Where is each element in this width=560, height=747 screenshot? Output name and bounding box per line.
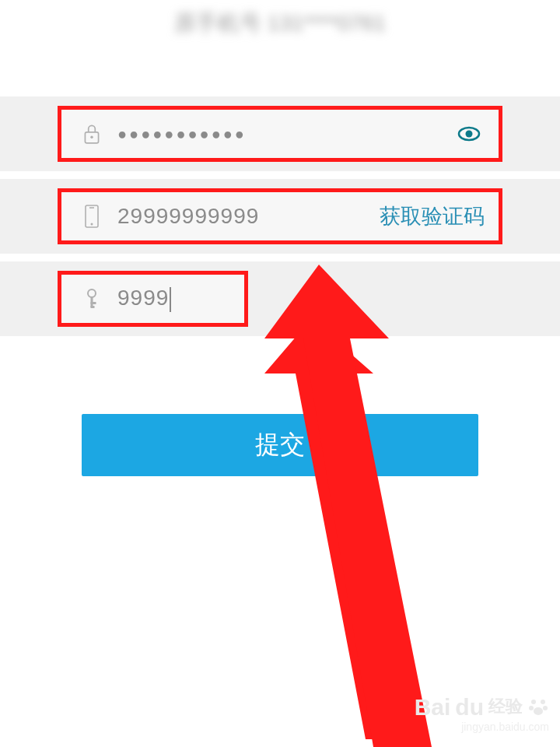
submit-container: 提交 [0,414,560,476]
submit-button[interactable]: 提交 [82,414,478,476]
paw-icon [527,696,549,717]
phone-icon [75,204,108,229]
svg-marker-12 [264,265,432,747]
svg-point-16 [543,706,548,710]
svg-point-13 [531,700,536,704]
svg-rect-10 [91,306,95,308]
key-icon [75,287,108,310]
spacer [0,47,560,96]
svg-point-1 [90,136,93,139]
password-input[interactable]: ●●●●●●●●●●● [108,125,453,143]
lock-icon [75,122,108,146]
submit-label: 提交 [255,428,305,462]
watermark-bai: Bai [415,694,451,720]
page-header: 原手机号 131****0761 [0,0,560,47]
watermark-url: jingyan.baidu.com [415,721,549,733]
password-block: ●●●●●●●●●●● [0,96,560,171]
watermark-brand: Baidu 经验 [415,694,549,720]
eye-icon[interactable] [453,126,485,142]
code-block: 9999 [0,261,560,336]
watermark: Baidu 经验 jingyan.baidu.com [415,694,549,733]
header-label: 原手机号 131****0761 [174,9,386,38]
svg-point-3 [466,131,473,138]
code-row[interactable]: 9999 [58,271,248,327]
phone-row[interactable]: 29999999999 获取验证码 [58,188,502,244]
phone-block: 29999999999 获取验证码 [0,179,560,254]
svg-point-17 [534,707,543,715]
svg-point-7 [88,289,96,297]
phone-input[interactable]: 29999999999 [108,204,372,229]
svg-point-14 [541,700,545,704]
svg-marker-11 [264,319,420,739]
password-row[interactable]: ●●●●●●●●●●● [58,106,502,162]
svg-point-5 [91,223,93,226]
svg-rect-9 [91,302,96,304]
code-input[interactable]: 9999 [108,286,230,312]
watermark-cn: 经验 [488,697,523,716]
text-caret [170,287,171,312]
get-code-button[interactable]: 获取验证码 [372,202,485,230]
watermark-du: du [455,694,484,720]
code-value: 9999 [117,286,169,310]
svg-point-15 [529,706,534,710]
annotation-arrow [264,265,537,747]
